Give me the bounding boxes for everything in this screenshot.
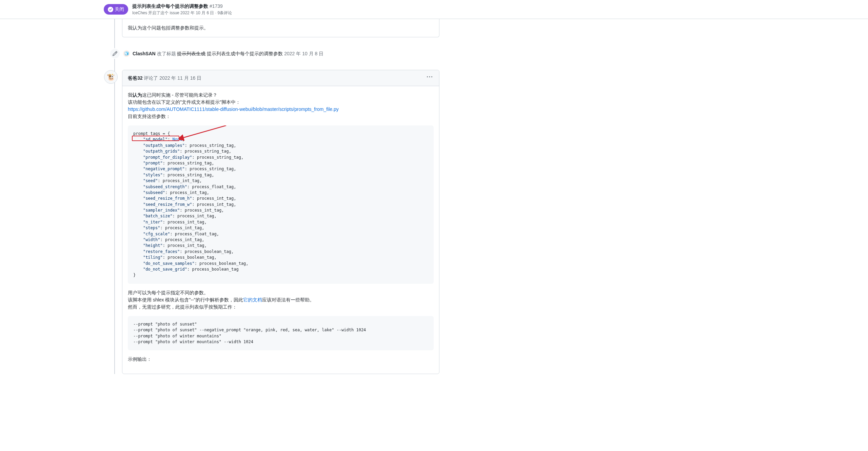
issue-number: #1739 bbox=[210, 3, 223, 9]
comment-text: 我认为这个问题包括调整参数和提示。 bbox=[128, 24, 434, 32]
comment-menu-button[interactable] bbox=[426, 73, 434, 83]
comment-p1: 我认为这已同时实施 - 尽管可能尚未记录？ 该功能包含在以下定义的"文件或文本框… bbox=[128, 92, 434, 120]
status-text: 关闭 bbox=[115, 6, 124, 13]
event-author[interactable]: ClashSAN bbox=[133, 51, 156, 56]
shlex-doc-link[interactable]: 它的文档 bbox=[243, 297, 262, 302]
issue-meta: IceChes 开启了这个 issue 2022 年 10 月 6 日 · 9条… bbox=[132, 10, 232, 16]
sticky-issue-header: 关闭 提示列表生成中每个提示的调整参数 #1739 IceChes 开启了这个 … bbox=[0, 0, 868, 19]
svg-line-1 bbox=[182, 125, 226, 138]
comment-date: 2022 年 11 月 16 日 bbox=[159, 75, 201, 81]
comment-container: 🐮 爸爸32 评论了 2022 年 11 月 16 日 我认为这已同时实施 - … bbox=[122, 70, 439, 374]
timeline-badge bbox=[110, 48, 120, 59]
annotation-arrow bbox=[179, 125, 230, 141]
issue-title[interactable]: 提示列表生成中每个提示的调整参数 #1739 bbox=[132, 3, 232, 10]
comment-p7: 示例输出： bbox=[128, 356, 434, 363]
code-block-example: --prompt "photo of sunset" --prompt "pho… bbox=[128, 316, 434, 351]
comment-avatar[interactable]: 🐮 bbox=[104, 70, 118, 84]
comment-header: 爸爸32 评论了 2022 年 11 月 16 日 bbox=[122, 70, 439, 86]
comment-author[interactable]: 爸爸32 bbox=[128, 75, 143, 81]
prior-comment-tail: 我认为这个问题包括调整参数和提示。 bbox=[122, 19, 439, 37]
status-badge-closed: 关闭 bbox=[104, 4, 128, 15]
user-avatar-small[interactable]: 🧊 bbox=[123, 50, 130, 57]
pencil-icon bbox=[112, 51, 118, 56]
code-block-prompt-tags: prompt_tags = { "sd_model": None, "outpa… bbox=[128, 125, 434, 284]
kebab-icon bbox=[427, 74, 432, 80]
script-link[interactable]: https://github.com/AUTOMATIC1111/stable-… bbox=[128, 106, 339, 112]
check-circle-icon bbox=[108, 7, 113, 12]
comment-body: 我认为这已同时实施 - 尽管可能尚未记录？ 该功能包含在以下定义的"文件或文本框… bbox=[122, 86, 439, 374]
timeline-event-rename: 🧊 ClashSAN 改了标题 提示列表生成 提示列表生成中每个提示的调整参数 … bbox=[110, 43, 439, 64]
comment-p4: 用户可以为每个提示指定不同的参数。 该脚本使用 shlex 模块从包含"--"的… bbox=[128, 289, 434, 311]
